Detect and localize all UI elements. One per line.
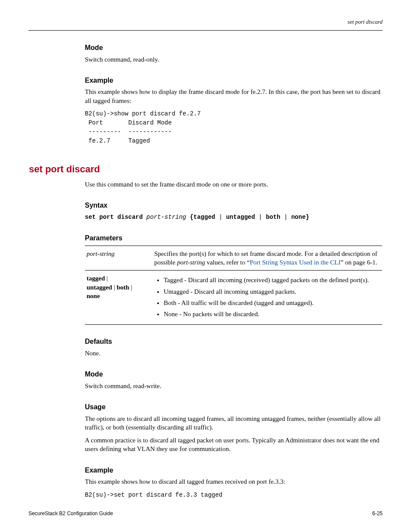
example2-body: This example shows how to discard all ta… xyxy=(85,477,382,486)
list-item: Both - All traffic will be discarded (ta… xyxy=(164,299,379,307)
heading-defaults: Defaults xyxy=(85,337,382,346)
example2-port: fe xyxy=(269,478,274,485)
mode2-body: Switch command, read-write. xyxy=(85,382,382,390)
syntax-keyword: {tagged xyxy=(190,214,215,221)
syntax-keyword: both xyxy=(266,214,280,221)
running-header-right: set port discard xyxy=(348,19,383,25)
param-desc-arg: port-string xyxy=(177,259,205,266)
param-desc-cell: Specifies the port(s) for which to set f… xyxy=(153,246,382,271)
page: set port discard Mode Switch command, re… xyxy=(0,0,411,532)
list-item: Tagged - Discard all incoming (received)… xyxy=(164,276,379,284)
syntax-line: set port discard port-string {tagged | u… xyxy=(85,213,382,221)
param-desc-cell: Tagged - Discard all incoming (received)… xyxy=(153,271,382,325)
syntax-keyword: set port discard xyxy=(85,214,143,221)
table-row: tagged | untagged | both | none Tagged -… xyxy=(85,271,382,325)
command-desc: Use this command to set the frame discar… xyxy=(85,180,382,189)
list-item: Untagged - Discard all incoming untagged… xyxy=(164,287,379,296)
example2-code: B2(su)->set port discard fe.3.3 tagged xyxy=(85,491,382,500)
defaults-body: None. xyxy=(85,349,382,358)
heading-parameters: Parameters xyxy=(85,233,382,243)
parameters-table: port-string Specifies the port(s) for wh… xyxy=(85,246,382,325)
syntax-keyword: untagged xyxy=(226,214,255,221)
heading-usage: Usage xyxy=(85,402,382,412)
syntax-keyword: none} xyxy=(291,214,309,221)
param-option: tagged xyxy=(87,275,105,282)
code-line: --------- ------------ xyxy=(85,128,172,135)
command-title: set port discard xyxy=(29,163,382,176)
heading-example: Example xyxy=(85,76,382,85)
usage-p1: The options are to discard all incoming … xyxy=(85,414,382,432)
heading-syntax: Syntax xyxy=(85,201,382,210)
heading-mode: Mode xyxy=(85,43,382,53)
cross-ref-link[interactable]: Port String Syntax Used in the CLI xyxy=(250,259,341,266)
param-option: both xyxy=(117,284,129,291)
example2-body-post: .3.3: xyxy=(274,478,285,485)
footer-page-number: 6-25 xyxy=(372,510,383,516)
param-desc-text: ” on page 6-1. xyxy=(340,259,377,266)
code-line: fe.2.7 Tagged xyxy=(85,137,150,144)
usage-p2: A common practice is to discard all tagg… xyxy=(85,436,382,454)
code-line: B2(su)->show port discard fe.2.7 xyxy=(85,110,201,117)
list-item: None - No packets will be discarded. xyxy=(164,310,379,318)
mode-body: Switch command, read-only. xyxy=(85,55,382,64)
param-name: port-string xyxy=(87,250,115,257)
heading-example2: Example xyxy=(85,466,382,475)
content-column: Mode Switch command, read-only. Example … xyxy=(85,43,382,500)
param-sep: | xyxy=(112,284,117,291)
param-sep: | xyxy=(105,275,108,282)
param-option: none xyxy=(87,292,100,299)
table-row: port-string Specifies the port(s) for wh… xyxy=(85,246,382,271)
param-option: untagged xyxy=(87,284,112,291)
param-desc-list: Tagged - Discard all incoming (received)… xyxy=(154,276,379,318)
param-sep: | xyxy=(129,284,132,291)
example1-body: This example shows how to display the fr… xyxy=(85,87,382,105)
param-name-cell: port-string xyxy=(85,246,153,271)
syntax-arg: port-string xyxy=(146,214,186,221)
param-desc-text: values, refer to “ xyxy=(205,259,250,266)
heading-mode2: Mode xyxy=(85,370,382,379)
param-name-cell: tagged | untagged | both | none xyxy=(85,271,153,325)
example1-code: B2(su)->show port discard fe.2.7 Port Di… xyxy=(85,109,382,146)
code-line: Port Discard Mode xyxy=(85,119,172,126)
page-footer: SecureStack B2 Configuration Guide 6-25 xyxy=(28,510,383,516)
header-rule xyxy=(28,30,383,31)
footer-left: SecureStack B2 Configuration Guide xyxy=(28,510,113,516)
example2-body-pre: This example shows how to discard all ta… xyxy=(85,478,269,485)
